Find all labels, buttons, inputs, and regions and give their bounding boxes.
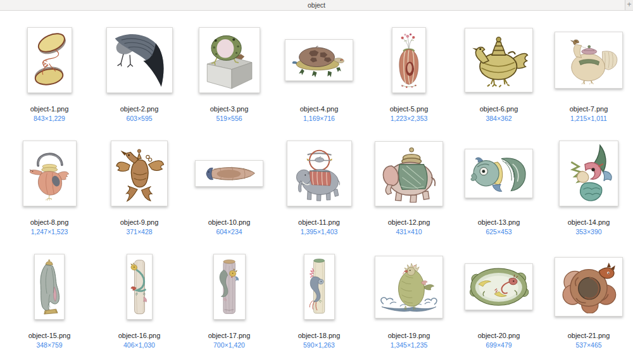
file-thumbnail-area	[4, 132, 94, 215]
file-item[interactable]: object-6.png 384×362	[454, 18, 544, 132]
file-thumbnail-area	[454, 132, 544, 215]
file-dimensions: 699×479	[486, 341, 511, 349]
file-item[interactable]: object-16.png 406×1,030	[94, 245, 184, 358]
file-dimensions: 1,169×716	[303, 115, 335, 122]
file-item[interactable]: object-10.png 604×234	[184, 132, 274, 245]
file-item[interactable]: object-2.png 603×595	[94, 18, 184, 132]
file-thumbnail[interactable]	[213, 254, 246, 320]
file-dimensions: 431×410	[396, 228, 422, 235]
file-name: object-19.png	[388, 332, 430, 340]
file-thumbnail-area	[4, 18, 94, 102]
file-dimensions: 625×453	[486, 228, 511, 235]
file-item[interactable]: object-8.png 1,247×1,523	[4, 132, 94, 245]
file-thumbnail[interactable]	[375, 141, 443, 206]
file-thumbnail[interactable]	[111, 141, 168, 206]
file-item[interactable]: object-13.png 625×453	[454, 132, 544, 245]
file-thumbnail-area	[454, 245, 544, 329]
file-thumbnail-area	[94, 245, 184, 329]
file-thumbnail[interactable]	[465, 263, 533, 310]
dark-bird-wing-with-legs-art	[110, 30, 170, 90]
file-thumbnail[interactable]	[285, 39, 353, 81]
file-thumbnail-area	[364, 18, 454, 102]
file-item[interactable]: object-20.png 699×479	[454, 245, 544, 358]
file-item[interactable]: object-1.png 843×1,229	[4, 18, 94, 132]
gray-draped-figure-art	[36, 257, 63, 317]
file-thumbnail[interactable]	[304, 254, 335, 320]
brass-bird-teapot-art	[468, 31, 530, 89]
file-item[interactable]: object-15.png 348×759	[4, 245, 94, 358]
file-thumbnail[interactable]	[465, 149, 533, 198]
file-name: object-21.png	[568, 332, 610, 340]
file-thumbnail-area	[184, 132, 274, 215]
file-item[interactable]: object-7.png 1,215×1,011	[544, 18, 633, 132]
file-dimensions: 537×465	[575, 341, 601, 349]
file-thumbnail-area	[274, 245, 364, 329]
file-thumbnail-area	[544, 132, 633, 215]
file-thumbnail[interactable]	[195, 160, 263, 187]
new-tab-button[interactable]: +	[625, 0, 633, 10]
file-thumbnail[interactable]	[27, 27, 72, 93]
file-thumbnail[interactable]	[287, 141, 352, 206]
teal-fish-art	[468, 151, 530, 196]
file-thumbnail[interactable]	[127, 254, 153, 320]
file-name: object-15.png	[28, 332, 71, 340]
file-dimensions: 384×362	[486, 115, 511, 122]
file-thumbnail-area	[544, 18, 633, 102]
file-thumbnail[interactable]	[23, 141, 77, 206]
file-item[interactable]: object-9.png 371×428	[94, 132, 184, 245]
file-thumbnail[interactable]	[555, 257, 623, 317]
file-thumbnail-area	[184, 245, 274, 329]
file-name: object-12.png	[388, 218, 430, 227]
file-dimensions: 406×1,030	[123, 341, 155, 349]
cream-bird-teapot-art	[558, 35, 620, 86]
file-item[interactable]: object-11.png 1,395×1,403	[274, 132, 364, 245]
file-dimensions: 371×428	[126, 228, 152, 235]
file-item[interactable]: object-14.png 353×390	[544, 132, 633, 245]
file-item[interactable]: object-17.png 700×1,420	[184, 245, 274, 358]
file-dimensions: 1,215×1,011	[570, 115, 607, 122]
file-thumbnail[interactable]	[392, 27, 426, 93]
file-name: object-7.png	[570, 105, 608, 113]
file-item[interactable]: object-19.png 1,345×1,235	[364, 245, 454, 358]
file-name: object-17.png	[208, 332, 251, 340]
dragon-mask-face-art	[562, 144, 616, 203]
file-thumbnail[interactable]	[106, 27, 173, 93]
file-dimensions: 1,345×1,235	[391, 341, 428, 349]
file-item[interactable]: object-12.png 431×410	[364, 132, 454, 245]
finder-window: object + object-1.png 843×1,229	[0, 0, 633, 358]
file-thumbnail[interactable]	[555, 32, 623, 89]
frog-on-stone-block-art	[201, 30, 256, 90]
file-thumbnail[interactable]	[375, 256, 443, 318]
file-item[interactable]: object-3.png 519×556	[184, 18, 274, 132]
file-item[interactable]: object-21.png 537×465	[544, 245, 633, 358]
file-name: object-16.png	[118, 332, 161, 340]
file-item[interactable]: object-18.png 590×1,263	[274, 245, 364, 358]
cream-column-with-dragon-art	[305, 257, 332, 317]
coiled-rust-dragon-art	[558, 260, 620, 314]
file-thumbnail-area	[544, 245, 633, 329]
file-item[interactable]: object-5.png 1,223×2,353	[364, 18, 454, 132]
file-dimensions: 1,247×1,523	[31, 228, 68, 235]
file-thumbnail[interactable]	[465, 28, 533, 92]
elephant-with-ring-art	[290, 144, 349, 203]
file-thumbnail[interactable]	[559, 141, 618, 206]
file-thumbnail-area	[94, 18, 184, 102]
file-thumbnail-area	[364, 132, 454, 215]
file-name: object-14.png	[568, 218, 610, 227]
file-thumbnail-area	[184, 18, 274, 102]
file-dimensions: 843×1,229	[34, 115, 65, 122]
file-name: object-5.png	[390, 105, 429, 113]
pink-bird-teapot-with-handle-art	[25, 144, 73, 203]
file-name: object-13.png	[478, 218, 520, 227]
two-nut-halves-with-red-ribbon-art	[29, 30, 69, 90]
file-name: object-9.png	[120, 218, 159, 227]
file-thumbnail[interactable]	[34, 254, 65, 320]
file-name: object-1.png	[30, 105, 69, 113]
file-thumbnail-area	[94, 132, 184, 215]
file-item[interactable]: object-4.png 1,169×716	[274, 18, 364, 132]
file-thumbnail[interactable]	[199, 27, 260, 93]
brown-rooster-vessel-art	[114, 144, 165, 203]
file-dimensions: 1,223×2,353	[391, 115, 428, 122]
turtle-art	[288, 42, 350, 79]
file-name: object-2.png	[120, 105, 159, 113]
